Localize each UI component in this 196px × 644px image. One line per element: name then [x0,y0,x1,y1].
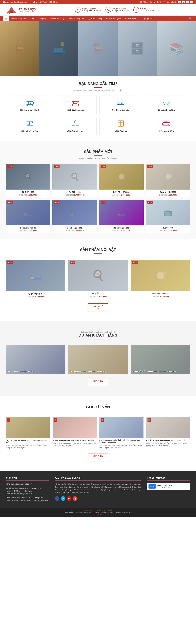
nav-link-tuvan[interactable]: Tư vấn [163,1,169,3]
svg-point-45 [167,121,168,122]
product-info-3: BÀN ĂN – BA0001 2.000.000đ 1.800.000đ [146,190,190,198]
facebook-icon[interactable]: f [178,0,181,4]
social-icons: f d y t [178,0,193,4]
tiktok-icon[interactable]: d [182,0,185,4]
search-button[interactable]: 🔍 [187,16,193,21]
nav-phong-bep[interactable]: Nội thất phòng bếp [30,16,48,21]
top-bar-left: 📧 showroomnoi that@gmail.com 📞 Hotline: … [3,1,58,3]
featured-card-0[interactable]: 🛏️ -22% Bộ giường ngủ 01 2.000.000đ 1.70… [6,260,65,299]
copyright2-text: GPKD: 0PKDZ xã Hoàn Lão thành phố Đồng H… [2,512,194,513]
product-price-1: 2.000.000đ 1.700.000đ [54,194,95,196]
nav-chan-ga[interactable]: Chăn ga gối đệm [138,16,155,21]
nav-phong-khach[interactable]: Nội thất phòng khách [9,16,30,21]
clock-icon: 🕐 [133,7,139,12]
consulting-card-1[interactable]: 0311 5 Cách làm ấm không gian nhà bạn và… [53,417,97,449]
product-card-0[interactable]: 🍳 -28% TỦ BẾP – 002 2.000.000đ 1.700.000… [6,164,50,198]
nav-phong-tam[interactable]: Nội thất phòng tắm [67,16,86,21]
youtube-icon[interactable]: y [186,0,189,4]
project-img-0: Thiết kế nội thất chung cư 70m2 [6,345,65,374]
category-phong-ngu[interactable]: Nội thất phòng ngủ [54,96,97,114]
section-what-heading: BẠN ĐANG CẦN TÌM? [3,82,193,86]
consulting-desc-2: Sắt xếp các vật dụng đồ dùng trong gian … [99,444,143,449]
hero-slide-4: 🗄️ [118,21,157,76]
consulting-img-1: 0311 [53,417,97,438]
category-phong-bep[interactable]: Nội thất phòng bếp [99,96,142,114]
category-label-vp: Nội thất văn phòng [12,130,48,132]
consulting-title-1: 5 Cách làm ấm không gian nhà bạn vào mùa… [53,440,97,442]
xem-tot-ca-button[interactable]: Xem tốt cả + [88,303,108,311]
nav-home[interactable]: 🏠 [3,16,9,21]
twitter-icon[interactable]: t [190,0,193,4]
category-nhua[interactable]: Nội thất nhựa [99,117,142,135]
meta-logo: Meta [148,484,156,488]
nav-link-gioithieu[interactable]: Giới Thiệu [140,1,147,3]
section-projects-subtitle: Những dự án công ty đã hoàn thành mới nh… [9,331,187,333]
footer-col-fanpage: KẾT NỐI FANPAGE Meta Showroom Nội Thất L… [147,477,190,502]
footer-tiktok-icon[interactable]: d [61,496,65,501]
product-card-2[interactable]: 🍽️ -41% BÀN ĂN – BA0002 2.000.000đ 1.700… [99,164,144,198]
consulting-date-3: 0311 [147,418,151,422]
category-phong-tam[interactable]: Nội thất phòng tắm [145,96,187,114]
product-info-0: TỦ BẾP – 002 2.000.000đ 1.700.000đ [6,190,50,198]
consulting-card-3[interactable]: 0311 Bí mật để tối đa hóa diện tích phòn… [146,417,190,449]
product-card-3[interactable]: 🍽️ -60% BÀN ĂN – BA0001 2.000.000đ 1.800… [146,164,190,198]
footer-camket-text: Với kinh nghiệm nhiều năm Showroom Nội T… [55,483,141,494]
consulting-xem-them-button[interactable]: XEM THÊM + [88,453,108,461]
product-name-3: BÀN ĂN – BA0001 [147,191,189,193]
product-card-1[interactable]: 🍳 -76% TỦ BẾP – 001 2.000.000đ 1.700.000… [52,164,97,198]
product-card-5[interactable]: 🛏️ -43% Bộ phòng ngủ 02 2.000.000đ 1.700… [52,200,97,233]
nav-phong-ngu[interactable]: Nội thất phòng ngủ [48,16,67,21]
projects-grid: Thiết kế nội thất chung cư 70m2 Thi công… [6,345,190,374]
featured-card-2[interactable]: 🍽️ -41% BÀN ĂN – BA0002 2.000.000đ 1.800… [131,260,190,299]
product-badge-2: -41% [101,165,106,168]
project-card-2[interactable]: Trọn bộ nội thất phòng ngủ nhà chị Thanh… [131,345,190,374]
project-card-1[interactable]: Thi công nội thất nhà Anh Bình – Phong N… [68,345,128,374]
product-price-2: 2.000.000đ 1.700.000đ [101,194,142,196]
consult-info: 📞 Tư vấn miễn phí Gọi ngay: 0975.704.xxx [105,7,129,12]
footer-facebook-icon[interactable]: f [55,496,59,501]
featured-card-1[interactable]: 🍳 -28% TỦ BẾP – 002 2.000.000đ 1.800.000… [68,260,128,299]
product-card-4[interactable]: 🛏️ -43% Bộ giường ngủ 03 2.000.000đ 1.70… [6,200,50,233]
section-consulting-divider [94,410,102,411]
nav-nhua[interactable]: Nội thất nhựa [123,16,138,21]
nav-link-lienhe[interactable]: Liên hệ [171,1,176,3]
project-img-1: Thi công nội thất nhà Anh Bình – Phong N… [68,345,128,374]
consulting-img-3: 0311 [146,417,190,438]
hero-bg-5: 📚 [157,21,196,76]
product-card-6[interactable]: 🛏️ -32% Bộ giường ngủ 01 2.000.000đ 1.70… [99,200,144,233]
product-badge-6: -32% [101,201,106,204]
category-chan-ga[interactable]: Chăn ga gối đệm [145,117,187,135]
featured-info-0: Bộ giường ngủ 01 2.000.000đ 1.700.000đ [6,291,65,299]
projects-xem-them-button[interactable]: XEM THÊM + [88,378,108,386]
product-info-1: TỦ BẾP – 001 2.000.000đ 1.700.000đ [52,190,97,198]
featured-img-1: 🍳 [68,260,128,291]
footer-col-camket: CAM KẾT CỦA CHÚNG TÔI Với kinh nghiệm nh… [55,477,141,502]
nav-link-daily[interactable]: Đại lý [157,1,161,3]
product-card-7[interactable]: 📺 -13% Kệ tivi 003 2.000.000đ 1.700.000đ [146,200,190,233]
nav-van-phong[interactable]: Nội thất văn phòng [86,16,104,21]
project-card-0[interactable]: Thiết kế nội thất chung cư 70m2 [6,345,65,374]
product-info-5: Bộ phòng ngủ 02 2.000.000đ 1.700.000đ [52,225,97,233]
svg-text:YOUR: YOUR [7,13,10,14]
category-icon-pk [12,99,48,108]
category-label-pk: Nội thất phòng khách [12,109,48,111]
top-bar-right: Giới Thiệu Dịch vụ Đại lý Tư vấn Liên hệ… [140,0,193,4]
svg-rect-32 [72,123,75,127]
consulting-date-1: 0311 [54,418,57,422]
category-phong-khach[interactable]: Nội thất phòng khách [9,96,51,114]
section-what-title: BẠN ĐANG CẦN TÌM? Danh mục sản phẩm Show… [0,76,196,93]
product-price-5: 2.000.000đ 1.700.000đ [54,230,95,232]
svg-rect-33 [76,123,79,127]
footer-youtube-icon[interactable]: ▶ [67,496,71,501]
section-new-subtitle: Những mẫu sản phẩm mới nhất của chúng tô… [9,157,187,160]
featured-price-0: 2.000.000đ 1.700.000đ [7,296,64,298]
consulting-card-2[interactable]: 0311 4 Thứ thuật cần biết để sắp xếp đồ … [99,417,143,449]
category-truong-hoc[interactable]: Nội thất trường học [54,117,97,135]
main-nav: 🏠 Nội thất phòng khách Nội thất phòng bế… [0,16,196,21]
nav-link-dichvu[interactable]: Dịch vụ [150,1,155,3]
consulting-card-0[interactable]: 0311 Cách sử dụng vách ngăn phòng trong … [6,417,50,449]
footer-google-icon[interactable]: g [73,496,78,501]
nav-truong-hoc[interactable]: Nội thất trường học [104,16,123,21]
section-divider [94,88,102,88]
category-van-phong[interactable]: Nội thất văn phòng [9,117,51,135]
